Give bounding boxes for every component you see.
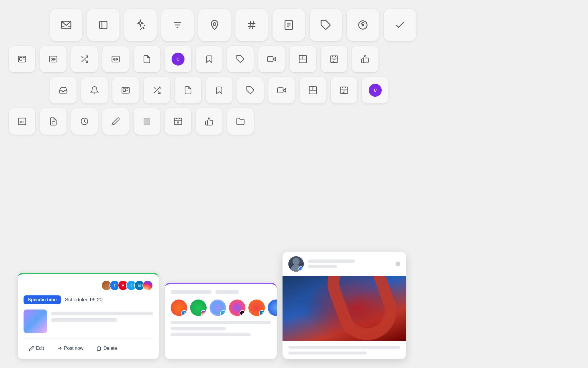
filter-icon[interactable]	[161, 9, 194, 41]
file3-icon[interactable]	[175, 77, 201, 103]
file-icon[interactable]	[134, 46, 160, 72]
photo-layout-icon[interactable]	[112, 77, 139, 103]
post-image	[283, 276, 406, 341]
li-badge-1: in	[259, 310, 265, 316]
post-now-label: Post now	[64, 346, 84, 351]
magic-edit-icon[interactable]	[124, 9, 157, 41]
icon-row-4: 1st	[9, 108, 579, 135]
icon-row-3: C	[9, 77, 579, 103]
calendar-schedule-icon[interactable]	[165, 108, 191, 135]
svg-line-53	[154, 87, 156, 89]
avatar-head	[293, 258, 300, 265]
ig-badge-1: ig	[201, 310, 207, 316]
svg-rect-56	[278, 88, 283, 93]
post-now-icon	[57, 346, 62, 351]
svg-marker-35	[273, 57, 276, 61]
queue-avatar-4: ♪	[229, 300, 245, 316]
svg-line-15	[253, 21, 253, 29]
document-icon[interactable]	[273, 9, 305, 41]
content-lines	[51, 310, 153, 322]
sticky-note-icon[interactable]	[40, 108, 67, 135]
gif-icon[interactable]: GIF	[40, 46, 67, 72]
calendar-list-icon[interactable]	[321, 46, 347, 72]
canva3-icon[interactable]: C	[362, 77, 388, 103]
svg-rect-38	[299, 56, 303, 59]
scheduled-label-row: Specific time Scheduled 09:20	[24, 295, 153, 304]
hashtag-icon[interactable]	[235, 9, 268, 41]
scheduled-time: Scheduled 09:20	[65, 297, 103, 303]
folder-icon[interactable]	[227, 108, 254, 135]
canva-icon[interactable]: C	[165, 46, 191, 72]
price-tag-icon[interactable]	[310, 9, 342, 41]
post-name-line-2	[308, 265, 337, 268]
svg-rect-3	[99, 21, 107, 29]
svg-point-77	[177, 122, 179, 123]
svg-rect-58	[309, 87, 313, 91]
layout3-icon[interactable]	[300, 77, 326, 103]
svg-rect-36	[268, 56, 273, 62]
post-name-line-1	[308, 260, 355, 263]
delete-button[interactable]: Delete	[91, 343, 122, 353]
card-actions: Edit Post now Delete	[24, 338, 153, 353]
video3-icon[interactable]	[268, 77, 295, 103]
square-icon[interactable]	[134, 108, 160, 135]
inbox3-icon[interactable]	[50, 77, 77, 103]
queue-avatar-2: ig	[190, 300, 207, 316]
icon-grid: GIF GIF C	[0, 0, 588, 139]
fb-badge-1: f	[181, 310, 187, 316]
queue-avatar-5: in	[248, 300, 265, 316]
bell-icon[interactable]	[81, 77, 108, 103]
clock-history-icon[interactable]	[71, 108, 98, 135]
delete-label: Delete	[103, 346, 117, 351]
svg-line-31	[82, 56, 83, 58]
bookmark-icon[interactable]	[196, 46, 222, 72]
post-avatar: f	[288, 256, 304, 272]
queue-avatar-6: t	[268, 300, 277, 316]
svg-text:GIF: GIF	[51, 58, 56, 61]
thumbsup-icon[interactable]	[352, 46, 378, 72]
svg-text:GIF: GIF	[113, 58, 118, 61]
content-thumbnail	[24, 310, 47, 333]
shuffle-icon[interactable]	[71, 46, 98, 72]
location-icon[interactable]	[198, 9, 231, 41]
tw-badge-1: t	[220, 310, 226, 316]
card-avatars: f P t in	[24, 280, 153, 291]
post-now-button[interactable]: Post now	[52, 343, 89, 353]
tag-icon[interactable]	[227, 46, 254, 72]
scheduled-post-card: f P t in Specific time Scheduled 09:20	[18, 273, 159, 359]
note-icon[interactable]	[87, 9, 119, 41]
svg-line-7	[143, 27, 144, 29]
svg-rect-50	[123, 89, 126, 91]
gauge-icon[interactable]	[347, 9, 379, 41]
tik-badge-1: ♪	[240, 310, 245, 316]
layout-icon[interactable]	[290, 46, 316, 72]
queue-bottom-lines	[171, 321, 271, 336]
bookmark3-icon[interactable]	[206, 77, 232, 103]
pencil-icon[interactable]	[102, 108, 129, 135]
avatar-ig	[142, 280, 153, 291]
calendar3-icon[interactable]	[331, 77, 357, 103]
specific-time-badge: Specific time	[24, 295, 61, 304]
content-queue-card: f ig t ♪ in t	[165, 283, 277, 359]
edit-button[interactable]: Edit	[24, 343, 49, 353]
first-post-icon[interactable]: 1st	[9, 108, 35, 135]
video-icon[interactable]	[258, 46, 285, 72]
delete-icon	[96, 346, 102, 351]
checkmark-icon[interactable]	[384, 9, 416, 41]
queue-avatar-3: t	[210, 300, 226, 316]
svg-line-6	[140, 28, 142, 30]
photo-text-icon[interactable]	[9, 46, 35, 72]
post-footer	[283, 341, 406, 359]
inbox-icon[interactable]	[50, 9, 82, 41]
cards-container: f P t in Specific time Scheduled 09:20	[18, 252, 406, 359]
fb-badge-post: f	[298, 266, 304, 272]
post-name-lines	[308, 260, 391, 268]
gif2-icon[interactable]: GIF	[102, 46, 129, 72]
thumbsup2-icon[interactable]	[196, 108, 222, 135]
edit-icon	[29, 346, 34, 351]
post-footer-line-2	[288, 352, 367, 354]
queue-avatars: f ig t ♪ in t	[171, 300, 271, 316]
tag3-icon[interactable]	[237, 77, 264, 103]
shuffle3-icon[interactable]	[144, 77, 170, 103]
queue-line-2	[215, 290, 239, 294]
